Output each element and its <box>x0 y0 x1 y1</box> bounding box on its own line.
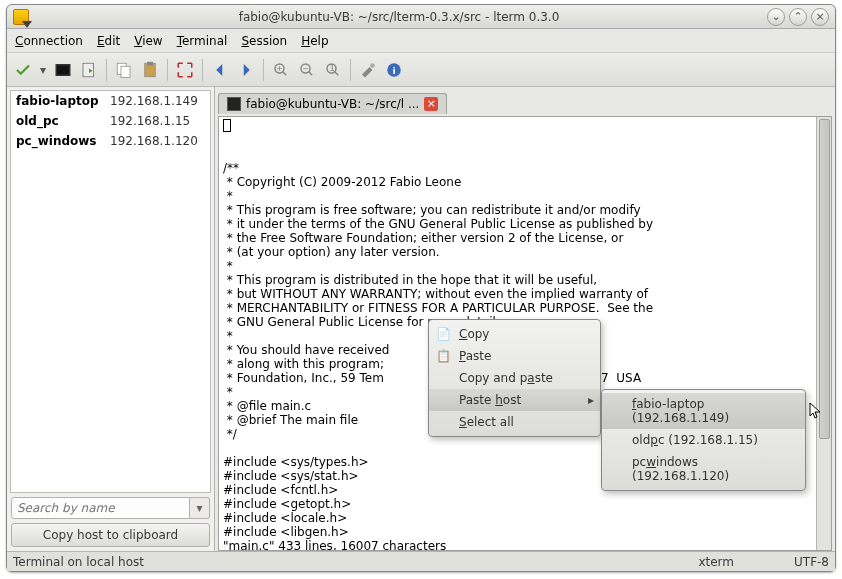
host-ip: 192.168.1.15 <box>110 114 190 128</box>
host-list[interactable]: fabio-laptop192.168.1.149 old_pc192.168.… <box>10 90 211 493</box>
tab-label: fabio@kubuntu-VB: ~/src/l ... <box>246 97 419 111</box>
statusbar: Terminal on local host xterm UTF-8 <box>7 551 835 571</box>
app-icon <box>13 9 29 25</box>
search-field: ▾ <box>11 497 210 519</box>
submenu-item-oldpc[interactable]: oldpc (192.168.1.15) <box>602 429 805 451</box>
svg-rect-4 <box>121 66 130 77</box>
info-icon[interactable]: i <box>382 58 406 82</box>
menu-view[interactable]: View <box>134 34 162 48</box>
terminal-icon <box>227 97 241 111</box>
separator <box>263 59 264 81</box>
separator <box>167 59 168 81</box>
menu-edit[interactable]: Edit <box>97 34 120 48</box>
menu-terminal[interactable]: Terminal <box>177 34 228 48</box>
separator <box>202 59 203 81</box>
host-name: fabio-laptop <box>16 94 104 108</box>
copy-host-button[interactable]: Copy host to clipboard <box>11 523 210 547</box>
host-row[interactable]: old_pc192.168.1.15 <box>11 111 210 131</box>
svg-rect-1 <box>57 65 69 74</box>
svg-point-11 <box>370 63 375 68</box>
window-title: fabio@kubuntu-VB: ~/src/lterm-0.3.x/src … <box>35 10 763 24</box>
host-row[interactable]: fabio-laptop192.168.1.149 <box>11 91 210 111</box>
host-row[interactable]: pc_windows192.168.1.120 <box>11 131 210 151</box>
tab-close-icon[interactable]: × <box>424 97 438 111</box>
submenu-item-fabio-laptop[interactable]: fabio-laptop (192.168.1.149) <box>602 393 805 429</box>
zoom-reset-icon[interactable]: 1 <box>321 58 345 82</box>
status-encoding: UTF-8 <box>794 555 829 569</box>
menu-copy[interactable]: 📄Copy <box>429 323 600 345</box>
svg-text:i: i <box>393 65 396 75</box>
connect-icon[interactable] <box>11 58 35 82</box>
copy-icon: 📄 <box>435 327 451 341</box>
menu-paste-host[interactable]: Paste host▸ <box>429 389 600 411</box>
preferences-icon[interactable] <box>356 58 380 82</box>
close-button[interactable]: × <box>811 8 829 26</box>
menu-select-all[interactable]: Select all <box>429 411 600 433</box>
dropdown-icon[interactable]: ▾ <box>37 58 49 82</box>
fullscreen-icon[interactable] <box>173 58 197 82</box>
menu-connection[interactable]: Connection <box>15 34 83 48</box>
scrollbar[interactable] <box>816 117 831 550</box>
context-menu: 📄Copy 📋Paste Copy and paste Paste host▸ … <box>428 319 601 437</box>
login-icon[interactable] <box>77 58 101 82</box>
host-ip: 192.168.1.149 <box>110 94 198 108</box>
scrollbar-thumb[interactable] <box>819 119 830 439</box>
menu-help[interactable]: Help <box>301 34 328 48</box>
zoom-out-icon[interactable] <box>295 58 319 82</box>
copy-icon[interactable] <box>112 58 136 82</box>
minimize-button[interactable]: ⌄ <box>767 8 785 26</box>
submenu-arrow-icon: ▸ <box>588 393 594 407</box>
zoom-in-icon[interactable] <box>269 58 293 82</box>
svg-text:1: 1 <box>329 62 335 72</box>
terminal-icon[interactable] <box>51 58 75 82</box>
menu-session[interactable]: Session <box>241 34 287 48</box>
menu-copy-and-paste[interactable]: Copy and paste <box>429 367 600 389</box>
menubar: Connection Edit View Terminal Session He… <box>7 29 835 53</box>
svg-rect-6 <box>147 61 153 65</box>
maximize-button[interactable]: ⌃ <box>789 8 807 26</box>
chevron-down-icon[interactable]: ▾ <box>190 497 210 519</box>
forward-icon[interactable] <box>234 58 258 82</box>
svg-rect-2 <box>83 63 94 77</box>
tabbar: fabio@kubuntu-VB: ~/src/l ... × <box>218 90 832 116</box>
sidebar: fabio-laptop192.168.1.149 old_pc192.168.… <box>7 87 215 551</box>
status-text: Terminal on local host <box>13 555 144 569</box>
toolbar: ▾ 1 i <box>7 53 835 87</box>
search-input[interactable] <box>11 497 190 519</box>
host-name: old_pc <box>16 114 104 128</box>
submenu-item-pcwindows[interactable]: pcwindows (192.168.1.120) <box>602 451 805 487</box>
submenu-paste-host: fabio-laptop (192.168.1.149) oldpc (192.… <box>601 389 806 491</box>
separator <box>106 59 107 81</box>
paste-icon[interactable] <box>138 58 162 82</box>
host-name: pc_windows <box>16 134 104 148</box>
separator <box>350 59 351 81</box>
menu-paste[interactable]: 📋Paste <box>429 345 600 367</box>
cursor <box>223 119 231 132</box>
host-ip: 192.168.1.120 <box>110 134 198 148</box>
paste-icon: 📋 <box>435 349 451 363</box>
status-term: xterm <box>698 555 734 569</box>
terminal-tab[interactable]: fabio@kubuntu-VB: ~/src/l ... × <box>218 93 447 114</box>
titlebar[interactable]: fabio@kubuntu-VB: ~/src/lterm-0.3.x/src … <box>7 5 835 29</box>
back-icon[interactable] <box>208 58 232 82</box>
